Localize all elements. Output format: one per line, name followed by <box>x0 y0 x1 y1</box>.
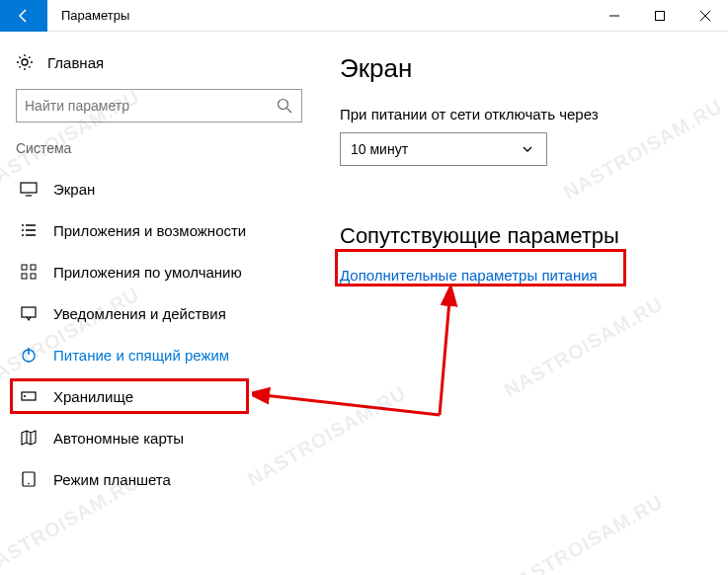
nav-item-tablet-mode[interactable]: Режим планшета <box>16 458 316 500</box>
monitor-icon <box>20 180 38 198</box>
grid-icon <box>20 263 38 281</box>
svg-point-15 <box>24 395 26 397</box>
nav-item-notifications[interactable]: Уведомления и действия <box>16 292 316 334</box>
nav-label: Приложения и возможности <box>53 223 246 238</box>
related-heading: Сопутствующие параметры <box>340 223 708 249</box>
maximize-icon <box>655 11 665 21</box>
home-link[interactable]: Главная <box>16 47 316 77</box>
window-title: Параметры <box>47 8 592 23</box>
nav-item-default-apps[interactable]: Приложения по умолчанию <box>16 251 316 292</box>
svg-point-17 <box>28 483 30 485</box>
main-panel: Экран При питании от сети отключать чере… <box>316 32 728 575</box>
nav-label: Хранилище <box>53 389 133 404</box>
plugged-in-label: При питании от сети отключать через <box>340 106 708 123</box>
nav-item-storage[interactable]: Хранилище <box>16 375 316 417</box>
nav-item-offline-maps[interactable]: Автономные карты <box>16 417 316 458</box>
list-icon <box>20 221 38 239</box>
nav-item-display[interactable]: Экран <box>16 168 316 209</box>
map-icon <box>20 429 38 447</box>
svg-rect-7 <box>22 265 27 270</box>
page-heading: Экран <box>340 53 708 84</box>
nav-label: Автономные карты <box>53 431 184 446</box>
svg-rect-1 <box>656 11 665 20</box>
category-label: Система <box>16 140 316 156</box>
home-label: Главная <box>47 54 104 71</box>
additional-power-link[interactable]: Дополнительные параметры питания <box>340 267 598 284</box>
search-icon <box>276 97 293 115</box>
close-icon <box>700 11 710 21</box>
nav-label: Режим планшета <box>53 472 171 487</box>
nav-label: Уведомления и действия <box>53 306 226 321</box>
content: Главная Система Экран Приложения и возмо… <box>0 32 728 575</box>
svg-point-3 <box>279 100 288 110</box>
svg-rect-11 <box>22 307 36 317</box>
chevron-down-icon <box>519 140 536 158</box>
select-value: 10 минут <box>351 141 408 157</box>
minimize-button[interactable] <box>592 0 637 32</box>
svg-rect-5 <box>21 183 37 193</box>
gear-icon <box>16 53 34 71</box>
nav-item-apps-features[interactable]: Приложения и возможности <box>16 209 316 251</box>
svg-rect-10 <box>31 274 36 279</box>
close-button[interactable] <box>683 0 728 32</box>
arrow-left-icon <box>16 8 32 24</box>
nav-label: Питание и спящий режим <box>53 348 229 363</box>
svg-rect-9 <box>22 274 27 279</box>
titlebar: Параметры <box>0 0 728 32</box>
svg-point-2 <box>22 59 28 65</box>
back-button[interactable] <box>0 0 47 32</box>
maximize-button[interactable] <box>637 0 683 32</box>
search-box[interactable] <box>16 89 302 123</box>
svg-line-4 <box>287 109 292 114</box>
power-icon <box>20 346 38 364</box>
plugged-in-select[interactable]: 10 минут <box>340 132 547 166</box>
svg-rect-8 <box>31 265 36 270</box>
search-input[interactable] <box>25 98 276 114</box>
nav-label: Экран <box>53 182 95 197</box>
minimize-icon <box>609 11 619 21</box>
window-controls <box>592 0 728 32</box>
notification-icon <box>20 304 38 322</box>
nav-item-power-sleep[interactable]: Питание и спящий режим <box>16 334 316 375</box>
tablet-icon <box>20 470 38 488</box>
nav-label: Приложения по умолчанию <box>53 265 242 280</box>
sidebar: Главная Система Экран Приложения и возмо… <box>0 32 316 575</box>
storage-icon <box>20 387 38 405</box>
